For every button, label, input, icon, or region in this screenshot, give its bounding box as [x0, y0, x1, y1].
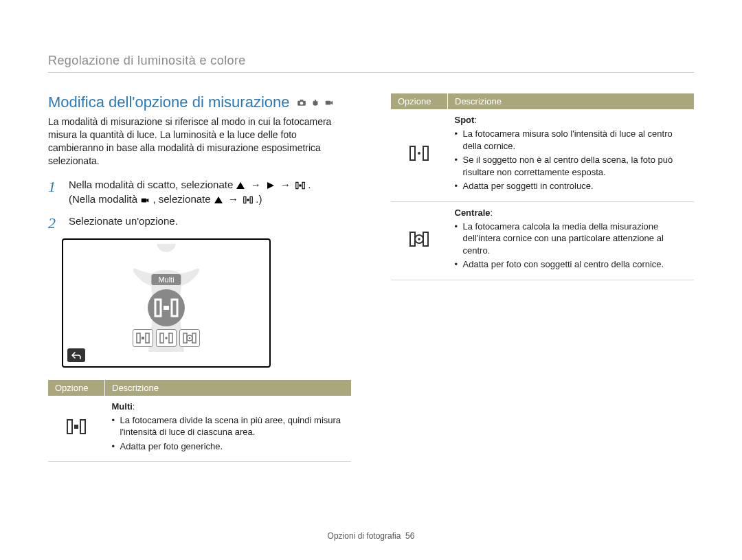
footer-label: Opzioni di fotografia — [328, 531, 401, 541]
page-title: Modifica dell'opzione di misurazione — [48, 93, 351, 111]
bullet: Adatta per soggetti in controluce. — [455, 180, 688, 192]
option-center-desc: Centrale: La fotocamera calcola la media… — [448, 201, 695, 280]
svg-rect-13 — [164, 306, 169, 310]
svg-rect-14 — [137, 333, 140, 343]
option-spot-desc: Spot: La fotocamera misura solo l'intens… — [448, 109, 695, 201]
svg-rect-15 — [146, 333, 149, 343]
colon: : — [133, 401, 135, 412]
camera-screenshot: Multi — [62, 238, 271, 368]
colon: : — [474, 115, 477, 125]
svg-rect-16 — [142, 337, 144, 339]
svg-point-29 — [418, 152, 420, 155]
step1-suffix: . — [308, 179, 311, 190]
svg-rect-17 — [160, 333, 164, 343]
svg-rect-12 — [172, 300, 177, 316]
svg-rect-5 — [302, 182, 304, 188]
th-option: Opzione — [48, 380, 105, 396]
bullet: La fotocamera divide la scena in più are… — [112, 414, 345, 438]
option-title: Multi — [112, 401, 133, 412]
step1-alt-prefix: (Nella modalità — [69, 193, 140, 205]
svg-rect-27 — [410, 146, 415, 160]
svg-rect-7 — [142, 199, 147, 203]
step1-alt-mid: , selezionate — [153, 193, 213, 205]
hand-mode-icon — [311, 98, 320, 107]
table-row: Spot: La fotocamera misura solo l'intens… — [391, 109, 694, 201]
svg-point-33 — [418, 238, 420, 240]
th-description: Descrizione — [105, 380, 352, 396]
svg-rect-28 — [423, 146, 428, 160]
step-1: Nella modalità di scatto, selezionate → … — [48, 177, 351, 208]
mode-multi-option[interactable] — [133, 329, 153, 347]
mode-spot-option[interactable] — [156, 329, 177, 347]
bullet: Se il soggetto non è al centro della sce… — [455, 154, 688, 178]
bullet: La fotocamera misura solo l'intensità di… — [455, 128, 688, 152]
selected-mode-circle — [148, 289, 185, 326]
mode-option-row — [133, 329, 200, 347]
svg-rect-3 — [325, 101, 330, 105]
option-multi-desc: Multi: La fotocamera divide la scena in … — [105, 396, 352, 462]
metering-multi-icon — [243, 196, 253, 204]
option-title: Centrale — [455, 208, 491, 218]
options-table-left: Opzione Descrizione Multi: La fotocamera… — [48, 380, 351, 462]
screenshot-mode-label: Multi — [151, 274, 181, 285]
back-button[interactable] — [67, 348, 85, 362]
svg-point-23 — [189, 337, 191, 339]
page: Regolazione di luminosità e colore Modif… — [0, 0, 742, 560]
svg-rect-9 — [250, 197, 252, 203]
metering-multi-icon — [295, 181, 305, 190]
left-column: Modifica dell'opzione di misurazione La … — [48, 93, 351, 462]
footer-page-number: 56 — [405, 531, 414, 541]
svg-rect-4 — [296, 182, 298, 188]
table-row: Centrale: La fotocamera calcola la media… — [391, 201, 694, 280]
svg-rect-24 — [67, 420, 72, 434]
content-columns: Modifica dell'opzione di misurazione La … — [48, 93, 694, 462]
right-column: Opzione Descrizione Spot: La fotocamera … — [391, 93, 694, 462]
svg-rect-6 — [300, 184, 302, 186]
svg-rect-26 — [74, 425, 78, 429]
option-title: Spot — [455, 115, 475, 125]
up-triangle-icon — [214, 196, 223, 204]
steps-list: Nella modalità di scatto, selezionate → … — [48, 177, 351, 229]
mode-icons — [297, 98, 334, 107]
title-text: Modifica dell'opzione di misurazione — [48, 93, 290, 111]
svg-rect-31 — [423, 232, 428, 246]
svg-rect-11 — [155, 300, 161, 316]
bullet: Adatta per foto con soggetti al centro d… — [455, 258, 688, 271]
mode-center-option[interactable] — [179, 329, 200, 347]
step1-prefix: Nella modalità di scatto, selezionate — [69, 179, 236, 190]
svg-point-2 — [300, 102, 303, 105]
intro-text: La modalità di misurazione si riferisce … — [48, 115, 351, 168]
arrow-icon: → — [226, 193, 240, 205]
right-triangle-icon — [266, 181, 276, 190]
svg-point-19 — [165, 337, 168, 339]
options-table-right: Opzione Descrizione Spot: La fotocamera … — [391, 93, 694, 280]
up-triangle-icon — [236, 181, 245, 190]
section-header: Regolazione di luminosità e colore — [48, 54, 694, 73]
option-center-icon — [391, 201, 448, 280]
option-spot-icon — [391, 109, 448, 201]
bullet: La fotocamera calcola la media della mis… — [455, 221, 688, 257]
option-multi-icon — [48, 396, 105, 462]
video-mode-icon — [140, 196, 150, 204]
bullet: Adatta per foto generiche. — [112, 440, 345, 453]
step1-alt-suffix: .) — [256, 193, 262, 205]
arrow-icon: → — [249, 179, 263, 190]
step-2: Selezionate un'opzione. — [48, 214, 351, 229]
colon: : — [491, 208, 493, 218]
svg-rect-10 — [247, 199, 249, 201]
table-row: Multi: La fotocamera divide la scena in … — [48, 396, 351, 462]
svg-rect-1 — [300, 100, 303, 101]
camera-mode-icon — [297, 98, 306, 107]
svg-rect-30 — [410, 232, 415, 246]
video-mode-icon — [324, 98, 334, 107]
svg-rect-25 — [80, 420, 85, 434]
svg-rect-18 — [169, 333, 172, 343]
svg-rect-8 — [244, 197, 246, 203]
arrow-icon: → — [278, 179, 293, 190]
th-option: Opzione — [391, 93, 448, 109]
page-footer: Opzioni di fotografia 56 — [0, 531, 742, 541]
th-description: Descrizione — [448, 93, 695, 109]
